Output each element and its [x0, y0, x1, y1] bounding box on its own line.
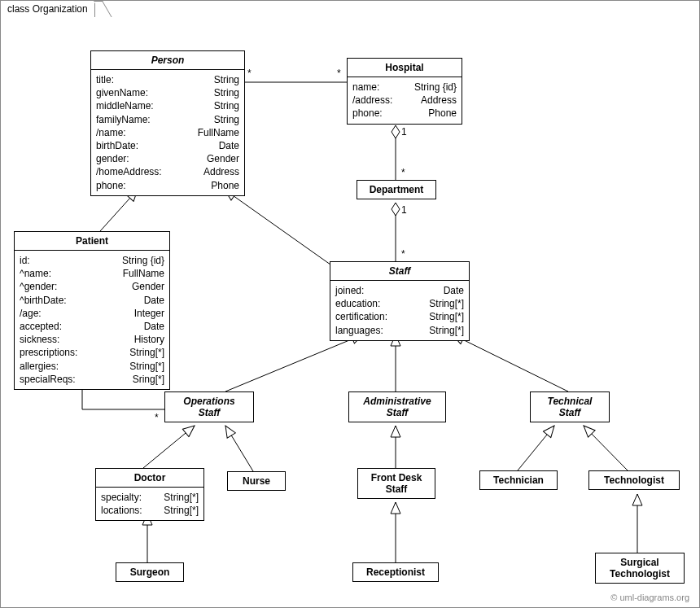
class-staff: Staff joined:Date education:String[*] ce… [330, 261, 470, 341]
svg-line-10 [143, 426, 195, 468]
mult-hospital-dept-top: 1 [401, 126, 407, 138]
class-patient: Patient id:String {id} ^name:FullName ^g… [14, 231, 170, 390]
class-operations-staff: Operations Staff [164, 391, 254, 422]
class-frontdesk-staff: Front Desk Staff [357, 468, 435, 499]
svg-line-4 [225, 190, 336, 269]
class-title: Technician [480, 471, 557, 489]
class-doctor: Doctor specialty:String[*] locations:Str… [95, 468, 204, 521]
class-attrs: joined:Date education:String[*] certific… [330, 281, 469, 340]
svg-line-14 [584, 426, 628, 470]
class-title: Nurse [228, 472, 285, 490]
mult-person-hospital-left: * [247, 68, 252, 79]
class-title: Person [91, 51, 244, 70]
class-title: Hospital [348, 59, 462, 77]
mult-hospital-dept-bottom: * [401, 167, 405, 178]
class-title: Patient [15, 232, 169, 251]
frame-title-tab: class Organization [0, 0, 95, 17]
svg-line-13 [518, 426, 554, 470]
mult-dept-staff-top: 1 [401, 204, 407, 216]
class-person: Person title:String givenName:String mid… [90, 50, 245, 196]
class-diagram-frame: class Organization [0, 0, 700, 608]
svg-line-5 [225, 335, 363, 391]
class-title: Receptionist [353, 563, 438, 581]
class-technician: Technician [479, 470, 558, 490]
class-receptionist: Receptionist [352, 562, 439, 582]
class-title: Doctor [96, 469, 203, 488]
class-title: Surgeon [116, 563, 183, 581]
class-attrs: specialty:String[*] locations:String[*] [96, 488, 203, 520]
copyright-text: © uml-diagrams.org [610, 593, 689, 602]
class-title: Technical Staff [531, 392, 609, 422]
frame-title: class Organization [7, 3, 88, 15]
class-hospital: Hospital name:String {id} /address:Addre… [347, 58, 462, 125]
class-attrs: name:String {id} /address:Address phone:… [348, 77, 462, 124]
class-nurse: Nurse [227, 471, 286, 491]
class-title: Administrative Staff [349, 392, 445, 422]
mult-person-hospital-right: * [337, 68, 341, 79]
svg-line-7 [453, 335, 568, 391]
class-title: Front Desk Staff [358, 469, 435, 498]
class-technical-staff: Technical Staff [530, 391, 610, 422]
mult-patient-ops-right: * [155, 412, 159, 423]
class-department: Department [357, 180, 436, 199]
class-title: Surgical Technologist [596, 553, 684, 583]
diagram-canvas: * * 1 * 1 * * * Person title:String give… [1, 19, 699, 607]
class-attrs: title:String givenName:String middleName… [91, 70, 244, 195]
class-title: Staff [330, 262, 469, 281]
class-title: Department [357, 181, 435, 199]
svg-line-11 [225, 426, 253, 471]
class-surgical-technologist: Surgical Technologist [595, 553, 685, 584]
mult-dept-staff-bottom: * [401, 248, 405, 260]
class-title: Operations Staff [165, 392, 253, 422]
class-administrative-staff: Administrative Staff [348, 391, 446, 422]
class-attrs: id:String {id} ^name:FullName ^gender:Ge… [15, 251, 169, 389]
class-surgeon: Surgeon [116, 562, 184, 582]
class-technologist: Technologist [588, 470, 680, 490]
class-title: Technologist [589, 471, 679, 489]
